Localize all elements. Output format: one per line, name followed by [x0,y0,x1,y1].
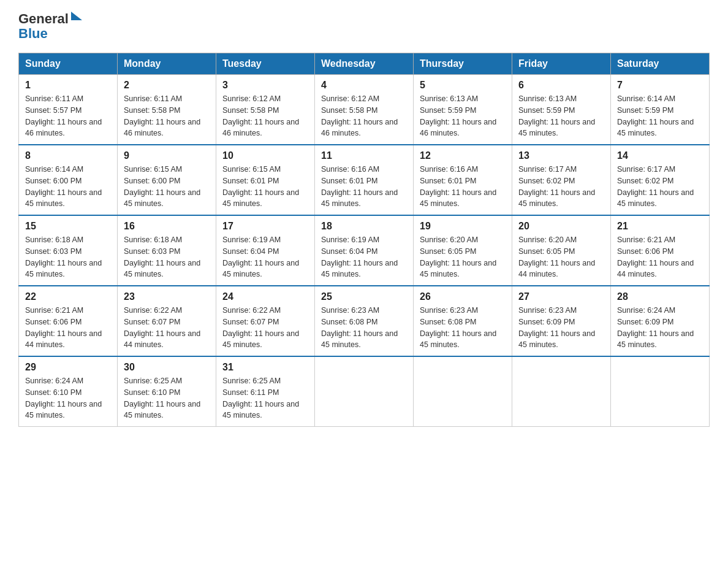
day-info: Sunrise: 6:22 AMSunset: 6:07 PMDaylight:… [124,305,210,351]
day-number: 29 [25,362,111,373]
day-number: 2 [124,80,210,91]
col-header-wednesday: Wednesday [315,53,414,75]
calendar-cell: 18 Sunrise: 6:19 AMSunset: 6:04 PMDaylig… [315,215,414,286]
day-info: Sunrise: 6:20 AMSunset: 6:05 PMDaylight:… [420,234,506,280]
day-info: Sunrise: 6:11 AMSunset: 5:57 PMDaylight:… [25,93,111,139]
logo-triangle-icon [71,12,82,21]
day-info: Sunrise: 6:16 AMSunset: 6:01 PMDaylight:… [420,164,506,210]
logo-blue: Blue [18,27,48,40]
day-number: 5 [420,80,506,91]
day-info: Sunrise: 6:13 AMSunset: 5:59 PMDaylight:… [518,93,604,139]
calendar-cell: 30 Sunrise: 6:25 AMSunset: 6:10 PMDaylig… [118,356,216,427]
day-number: 11 [321,150,407,161]
calendar-cell: 29 Sunrise: 6:24 AMSunset: 6:10 PMDaylig… [19,356,118,427]
day-number: 12 [420,150,506,161]
calendar-cell: 23 Sunrise: 6:22 AMSunset: 6:07 PMDaylig… [118,286,216,356]
calendar-cell: 10 Sunrise: 6:15 AMSunset: 6:01 PMDaylig… [216,145,315,215]
day-number: 31 [222,362,308,373]
logo-general: General [18,12,69,26]
calendar-cell: 20 Sunrise: 6:20 AMSunset: 6:05 PMDaylig… [512,215,611,286]
day-number: 3 [222,80,308,91]
col-header-thursday: Thursday [414,53,512,75]
day-number: 4 [321,80,407,91]
calendar-cell: 14 Sunrise: 6:17 AMSunset: 6:02 PMDaylig… [611,145,710,215]
calendar-week-row: 22 Sunrise: 6:21 AMSunset: 6:06 PMDaylig… [19,286,710,356]
calendar-cell: 2 Sunrise: 6:11 AMSunset: 5:58 PMDayligh… [118,75,216,145]
day-info: Sunrise: 6:18 AMSunset: 6:03 PMDaylight:… [25,234,111,280]
calendar-cell: 22 Sunrise: 6:21 AMSunset: 6:06 PMDaylig… [19,286,118,356]
day-number: 23 [124,291,210,302]
calendar-week-row: 8 Sunrise: 6:14 AMSunset: 6:00 PMDayligh… [19,145,710,215]
day-info: Sunrise: 6:17 AMSunset: 6:02 PMDaylight:… [518,164,604,210]
day-info: Sunrise: 6:25 AMSunset: 6:11 PMDaylight:… [222,375,308,421]
day-info: Sunrise: 6:23 AMSunset: 6:08 PMDaylight:… [321,305,407,351]
page-header: General Blue [18,12,710,40]
day-info: Sunrise: 6:14 AMSunset: 6:00 PMDaylight:… [25,164,111,210]
day-info: Sunrise: 6:24 AMSunset: 6:10 PMDaylight:… [25,375,111,421]
day-number: 17 [222,221,308,232]
day-info: Sunrise: 6:17 AMSunset: 6:02 PMDaylight:… [617,164,703,210]
col-header-monday: Monday [118,53,216,75]
day-number: 27 [518,291,604,302]
col-header-friday: Friday [512,53,611,75]
calendar-cell [414,356,512,427]
calendar-cell [315,356,414,427]
day-info: Sunrise: 6:21 AMSunset: 6:06 PMDaylight:… [617,234,703,280]
day-info: Sunrise: 6:12 AMSunset: 5:58 PMDaylight:… [222,93,308,139]
calendar-week-row: 15 Sunrise: 6:18 AMSunset: 6:03 PMDaylig… [19,215,710,286]
calendar-cell: 9 Sunrise: 6:15 AMSunset: 6:00 PMDayligh… [118,145,216,215]
day-info: Sunrise: 6:22 AMSunset: 6:07 PMDaylight:… [222,305,308,351]
day-number: 9 [124,150,210,161]
day-info: Sunrise: 6:23 AMSunset: 6:08 PMDaylight:… [420,305,506,351]
day-number: 16 [124,221,210,232]
day-number: 10 [222,150,308,161]
calendar-cell: 7 Sunrise: 6:14 AMSunset: 5:59 PMDayligh… [611,75,710,145]
calendar-cell: 17 Sunrise: 6:19 AMSunset: 6:04 PMDaylig… [216,215,315,286]
day-info: Sunrise: 6:12 AMSunset: 5:58 PMDaylight:… [321,93,407,139]
calendar-cell [611,356,710,427]
calendar-cell: 4 Sunrise: 6:12 AMSunset: 5:58 PMDayligh… [315,75,414,145]
day-number: 14 [617,150,703,161]
calendar-cell: 26 Sunrise: 6:23 AMSunset: 6:08 PMDaylig… [414,286,512,356]
day-info: Sunrise: 6:19 AMSunset: 6:04 PMDaylight:… [222,234,308,280]
day-info: Sunrise: 6:13 AMSunset: 5:59 PMDaylight:… [420,93,506,139]
calendar-cell: 19 Sunrise: 6:20 AMSunset: 6:05 PMDaylig… [414,215,512,286]
day-number: 30 [124,362,210,373]
day-info: Sunrise: 6:14 AMSunset: 5:59 PMDaylight:… [617,93,703,139]
calendar-cell: 8 Sunrise: 6:14 AMSunset: 6:00 PMDayligh… [19,145,118,215]
day-number: 15 [25,221,111,232]
calendar-cell: 5 Sunrise: 6:13 AMSunset: 5:59 PMDayligh… [414,75,512,145]
calendar-cell: 3 Sunrise: 6:12 AMSunset: 5:58 PMDayligh… [216,75,315,145]
calendar-cell: 28 Sunrise: 6:24 AMSunset: 6:09 PMDaylig… [611,286,710,356]
calendar-cell: 24 Sunrise: 6:22 AMSunset: 6:07 PMDaylig… [216,286,315,356]
calendar-cell: 12 Sunrise: 6:16 AMSunset: 6:01 PMDaylig… [414,145,512,215]
day-number: 20 [518,221,604,232]
calendar-cell: 21 Sunrise: 6:21 AMSunset: 6:06 PMDaylig… [611,215,710,286]
day-number: 24 [222,291,308,302]
day-number: 18 [321,221,407,232]
logo: General Blue [18,12,82,40]
col-header-sunday: Sunday [19,53,118,75]
day-number: 13 [518,150,604,161]
day-number: 26 [420,291,506,302]
calendar-header-row: SundayMondayTuesdayWednesdayThursdayFrid… [19,53,710,75]
day-info: Sunrise: 6:18 AMSunset: 6:03 PMDaylight:… [124,234,210,280]
day-number: 8 [25,150,111,161]
day-number: 21 [617,221,703,232]
col-header-tuesday: Tuesday [216,53,315,75]
day-number: 6 [518,80,604,91]
day-number: 22 [25,291,111,302]
day-info: Sunrise: 6:21 AMSunset: 6:06 PMDaylight:… [25,305,111,351]
calendar-cell: 27 Sunrise: 6:23 AMSunset: 6:09 PMDaylig… [512,286,611,356]
calendar-cell: 1 Sunrise: 6:11 AMSunset: 5:57 PMDayligh… [19,75,118,145]
day-info: Sunrise: 6:23 AMSunset: 6:09 PMDaylight:… [518,305,604,351]
day-info: Sunrise: 6:25 AMSunset: 6:10 PMDaylight:… [124,375,210,421]
calendar-cell: 25 Sunrise: 6:23 AMSunset: 6:08 PMDaylig… [315,286,414,356]
svg-marker-0 [71,12,82,20]
day-number: 1 [25,80,111,91]
calendar-cell: 15 Sunrise: 6:18 AMSunset: 6:03 PMDaylig… [19,215,118,286]
day-info: Sunrise: 6:15 AMSunset: 6:00 PMDaylight:… [124,164,210,210]
day-info: Sunrise: 6:11 AMSunset: 5:58 PMDaylight:… [124,93,210,139]
day-number: 19 [420,221,506,232]
calendar-cell: 16 Sunrise: 6:18 AMSunset: 6:03 PMDaylig… [118,215,216,286]
